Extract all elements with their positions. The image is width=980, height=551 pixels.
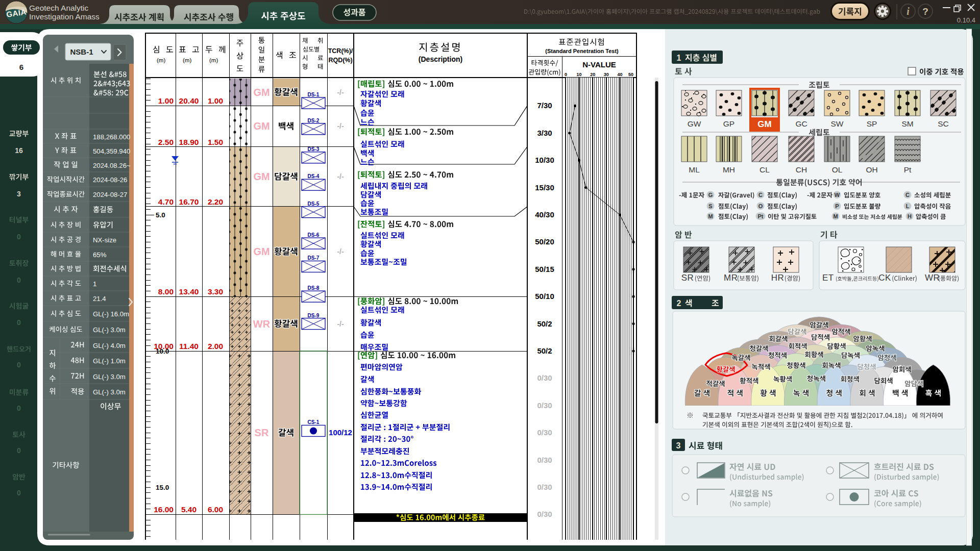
svg-text:-/-: -/- xyxy=(337,320,344,328)
svg-text:0.10.4: 0.10.4 xyxy=(957,16,975,24)
svg-text:WR: WR xyxy=(925,273,940,283)
svg-text:21.4: 21.4 xyxy=(93,295,106,303)
svg-text:-/-: -/- xyxy=(337,122,344,130)
svg-text:GL(-) 1.0m: GL(-) 1.0m xyxy=(93,357,126,365)
svg-text:DS-2: DS-2 xyxy=(308,118,320,123)
svg-text:-/-: -/- xyxy=(337,88,344,96)
svg-text:0/30: 0/30 xyxy=(537,401,552,410)
svg-text:?: ? xyxy=(922,6,928,17)
svg-text:CK: CK xyxy=(878,273,891,283)
svg-text:50/2: 50/2 xyxy=(537,346,552,355)
svg-text:CS-1: CS-1 xyxy=(308,419,320,425)
svg-text:GW: GW xyxy=(688,119,701,128)
svg-text:18.90: 18.90 xyxy=(179,138,199,146)
svg-text:DS-6: DS-6 xyxy=(308,232,320,238)
svg-text:1.00: 1.00 xyxy=(158,96,174,105)
svg-text:Pt: Pt xyxy=(904,165,912,174)
svg-text:GM: GM xyxy=(253,171,270,182)
svg-text:0: 0 xyxy=(17,361,21,369)
svg-text:S: S xyxy=(708,203,712,209)
svg-text:1: 1 xyxy=(677,54,681,62)
svg-text:(m): (m) xyxy=(183,57,191,63)
svg-text:3.30: 3.30 xyxy=(208,287,223,296)
svg-text:2024.08.26~: 2024.08.26~ xyxy=(93,162,131,169)
svg-text:0: 0 xyxy=(17,276,21,284)
svg-text:CH: CH xyxy=(796,165,807,174)
svg-text:DS-5: DS-5 xyxy=(308,201,320,207)
svg-text:6.00: 6.00 xyxy=(208,505,223,514)
svg-text:1.50: 1.50 xyxy=(208,138,223,146)
svg-text:O: O xyxy=(758,203,763,209)
svg-text:2.20: 2.20 xyxy=(208,197,223,206)
svg-text:MR: MR xyxy=(724,273,738,283)
svg-text:DS-4: DS-4 xyxy=(308,173,320,179)
svg-text:0: 0 xyxy=(17,233,21,241)
svg-text:N-VALUE: N-VALUE xyxy=(582,60,616,69)
svg-text:50/2: 50/2 xyxy=(537,319,552,328)
svg-text:L: L xyxy=(906,203,910,209)
svg-text:0/30: 0/30 xyxy=(537,373,552,382)
svg-text:Geotech Analytic: Geotech Analytic xyxy=(29,4,89,12)
svg-text:8.00: 8.00 xyxy=(158,287,174,296)
svg-text:0: 0 xyxy=(17,446,21,455)
svg-text:ET: ET xyxy=(822,273,834,283)
svg-text:16.00: 16.00 xyxy=(154,505,174,514)
svg-text:GL(-) 16.0m: GL(-) 16.0m xyxy=(93,310,129,318)
svg-text:CL: CL xyxy=(760,165,770,174)
svg-text:(m): (m) xyxy=(209,57,218,63)
svg-text:GM: GM xyxy=(253,87,270,98)
svg-text:TCR(%)/: TCR(%)/ xyxy=(328,47,353,55)
svg-text:HR: HR xyxy=(771,273,785,283)
svg-text:6: 6 xyxy=(19,63,23,71)
svg-text:C: C xyxy=(905,192,910,198)
svg-text:2.50: 2.50 xyxy=(158,138,174,146)
svg-text:7/30: 7/30 xyxy=(537,101,552,110)
svg-text:NSB-1: NSB-1 xyxy=(70,47,93,56)
svg-text:SR: SR xyxy=(255,427,269,438)
svg-text:30: 30 xyxy=(604,72,609,77)
svg-text:DS-1: DS-1 xyxy=(308,92,320,97)
svg-text:504,359.940: 504,359.940 xyxy=(93,147,130,155)
svg-text:0: 0 xyxy=(17,489,21,497)
svg-text:SR: SR xyxy=(681,273,694,283)
svg-text:RQD(%): RQD(%) xyxy=(328,57,352,64)
svg-text:0: 0 xyxy=(17,404,21,412)
svg-text:2024-08-26: 2024-08-26 xyxy=(93,176,127,184)
svg-text:(Description): (Description) xyxy=(419,55,462,63)
svg-text:GL(-) 3.0m: GL(-) 3.0m xyxy=(93,373,126,381)
svg-text:DS-8: DS-8 xyxy=(308,285,320,291)
svg-text:M: M xyxy=(833,213,838,219)
svg-text:SC: SC xyxy=(938,119,949,128)
svg-text:2.00: 2.00 xyxy=(208,342,223,350)
svg-text:GM: GM xyxy=(253,246,270,257)
svg-text:188,268.000: 188,268.000 xyxy=(93,133,130,141)
svg-text:0/30: 0/30 xyxy=(537,510,552,518)
svg-text:50: 50 xyxy=(628,72,633,77)
svg-text:5.40: 5.40 xyxy=(181,505,197,514)
svg-text:GC: GC xyxy=(795,119,807,128)
svg-text:GM: GM xyxy=(757,119,771,129)
svg-text:SW: SW xyxy=(831,119,844,128)
svg-text:4.70: 4.70 xyxy=(158,197,174,206)
svg-text:15/30: 15/30 xyxy=(535,183,554,192)
svg-text:GL(-) 3.0m: GL(-) 3.0m xyxy=(93,326,126,334)
svg-text:GP: GP xyxy=(723,119,734,128)
svg-text:W: W xyxy=(835,192,840,198)
svg-text:-/-: -/- xyxy=(337,247,344,256)
svg-text:(Standard Penetration Test): (Standard Penetration Test) xyxy=(545,48,619,54)
svg-text:MH: MH xyxy=(723,165,735,174)
svg-text:5.0: 5.0 xyxy=(156,211,165,219)
svg-text:DS-9: DS-9 xyxy=(308,313,320,318)
svg-text:65%: 65% xyxy=(93,251,107,259)
svg-text:3: 3 xyxy=(676,441,681,450)
svg-text:Pt: Pt xyxy=(758,213,764,219)
svg-text:2: 2 xyxy=(677,299,681,308)
svg-text:16.70: 16.70 xyxy=(179,197,199,206)
svg-text:100/12: 100/12 xyxy=(329,428,352,437)
svg-text:GL(-) 4.0m: GL(-) 4.0m xyxy=(93,342,126,349)
svg-text:0: 0 xyxy=(565,72,567,77)
svg-text:50/10: 50/10 xyxy=(535,292,554,300)
svg-text:0/30: 0/30 xyxy=(537,456,552,464)
svg-text:M: M xyxy=(708,213,713,219)
svg-text:3/30: 3/30 xyxy=(537,129,552,137)
